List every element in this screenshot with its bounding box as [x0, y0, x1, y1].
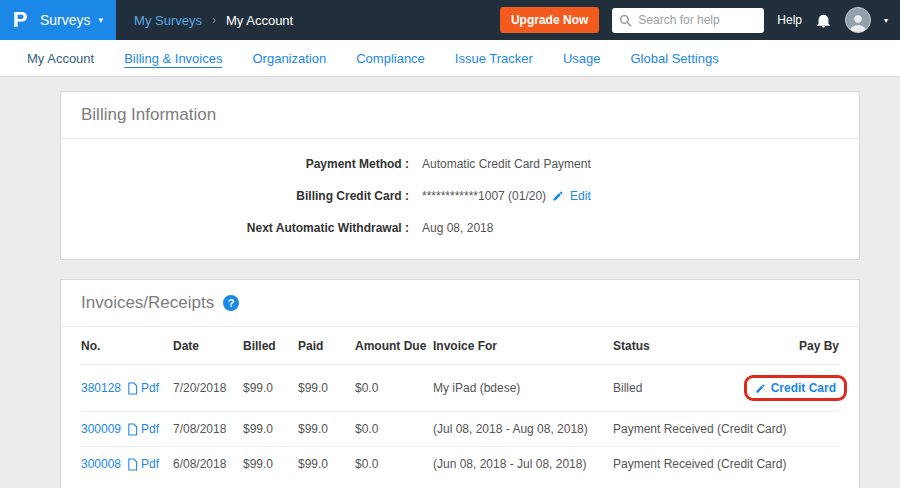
help-search [612, 8, 764, 33]
tab-my-account[interactable]: My Account [12, 51, 109, 66]
pdf-download-link[interactable]: Pdf [127, 381, 159, 395]
invoice-status: Payment Received (Credit Card) [613, 457, 727, 471]
edit-pencil-icon [552, 190, 564, 202]
invoice-billed: $99.0 [243, 422, 298, 436]
breadcrumb-my-account: My Account [226, 13, 293, 28]
invoice-number-link[interactable]: 380128 [81, 381, 121, 395]
topbar-right-group: Upgrade Now Help ▾ [500, 7, 900, 33]
tab-global-settings[interactable]: Global Settings [615, 51, 733, 66]
invoice-number-cell: 380128 Pdf [81, 381, 173, 395]
search-input[interactable] [612, 8, 764, 33]
tab-compliance[interactable]: Compliance [341, 51, 440, 66]
invoice-paid: $99.0 [298, 422, 355, 436]
tab-organization[interactable]: Organization [237, 51, 341, 66]
header-paid: Paid [298, 339, 355, 353]
breadcrumb: My Surveys › My Account [134, 13, 293, 28]
invoices-table: No. Date Billed Paid Amount Due Invoice … [61, 327, 859, 488]
help-question-icon[interactable]: ? [223, 295, 239, 311]
invoices-receipts-card: Invoices/Receipts ? No. Date Billed Paid… [60, 279, 860, 488]
invoice-for: My iPad (bdese) [433, 381, 613, 395]
pdf-file-icon [127, 423, 138, 436]
table-row: 380128 Pdf 7/20/2018 $99.0 $99.0 $0.0 My… [81, 365, 839, 412]
invoice-paid: $99.0 [298, 457, 355, 471]
invoice-pay-by-cell: Credit Card [744, 375, 839, 401]
invoices-card-title: Invoices/Receipts [81, 293, 214, 313]
edit-pencil-icon [755, 383, 766, 394]
invoice-date: 7/20/2018 [173, 381, 243, 395]
billing-card-title: Billing Information [81, 105, 216, 125]
pdf-download-link[interactable]: Pdf [127, 457, 159, 471]
next-withdrawal-row: Next Automatic Withdrawal : Aug 08, 2018 [81, 221, 839, 235]
search-icon [619, 13, 632, 31]
breadcrumb-separator-icon: › [212, 13, 216, 27]
next-withdrawal-label: Next Automatic Withdrawal : [81, 221, 409, 235]
invoice-status: Billed [613, 381, 727, 395]
billing-credit-card-row: Billing Credit Card : ************1007 (… [81, 189, 839, 203]
user-avatar[interactable] [845, 7, 871, 33]
invoice-billed: $99.0 [243, 457, 298, 471]
header-date: Date [173, 339, 243, 353]
breadcrumb-my-surveys[interactable]: My Surveys [134, 13, 202, 28]
tab-billing-invoices[interactable]: Billing & Invoices [109, 51, 237, 66]
invoices-card-header: Invoices/Receipts ? [61, 280, 859, 327]
table-row: 300008 Pdf 6/08/2018 $99.0 $99.0 $0.0 (J… [81, 447, 839, 481]
invoice-number-cell: 300008 Pdf [81, 457, 173, 471]
main-content: Billing Information Payment Method : Aut… [0, 77, 900, 488]
notifications-bell-icon[interactable] [815, 12, 832, 29]
payment-method-value: Automatic Credit Card Payment [422, 157, 591, 171]
table-row: 300009 Pdf 7/08/2018 $99.0 $99.0 $0.0 (J… [81, 412, 839, 447]
billing-information-card: Billing Information Payment Method : Aut… [60, 91, 860, 260]
account-menu-chevron-icon[interactable]: ▾ [884, 16, 888, 25]
pdf-download-link[interactable]: Pdf [127, 422, 159, 436]
invoice-for: (Jul 08, 2018 - Aug 08, 2018) [433, 422, 613, 436]
next-withdrawal-value: Aug 08, 2018 [422, 221, 493, 235]
invoice-date: 7/08/2018 [173, 422, 243, 436]
invoice-status: Payment Received (Credit Card) [613, 422, 727, 436]
invoice-billed: $99.0 [243, 381, 298, 395]
chevron-down-icon: ▾ [99, 15, 104, 25]
header-invoice-for: Invoice For [433, 339, 613, 353]
invoices-table-header: No. Date Billed Paid Amount Due Invoice … [81, 327, 839, 365]
pdf-file-icon [127, 458, 138, 471]
header-status: Status [613, 339, 727, 353]
billing-details: Payment Method : Automatic Credit Card P… [61, 139, 859, 259]
invoice-amount-due: $0.0 [355, 457, 433, 471]
header-amount-due: Amount Due [355, 339, 433, 353]
header-no: No. [81, 339, 173, 353]
payment-method-row: Payment Method : Automatic Credit Card P… [81, 157, 839, 171]
invoice-amount-due: $0.0 [355, 422, 433, 436]
invoice-paid: $99.0 [298, 381, 355, 395]
tab-issue-tracker[interactable]: Issue Tracker [440, 51, 548, 66]
invoice-for: (Jun 08, 2018 - Jul 08, 2018) [433, 457, 613, 471]
invoice-date: 6/08/2018 [173, 457, 243, 471]
account-tabs: My Account Billing & Invoices Organizati… [0, 40, 900, 77]
billing-credit-card-value: ************1007 (01/20) Edit [422, 189, 591, 203]
header-billed: Billed [243, 339, 298, 353]
brand-logo: P [0, 7, 40, 33]
billing-credit-card-label: Billing Credit Card : [81, 189, 409, 203]
credit-card-number: ************1007 (01/20) [422, 189, 546, 203]
tab-usage[interactable]: Usage [548, 51, 616, 66]
invoice-number-link[interactable]: 300009 [81, 422, 121, 436]
pdf-file-icon [127, 382, 138, 395]
product-name: Surveys [40, 12, 91, 28]
pay-by-credit-card-link[interactable]: Credit Card [771, 381, 836, 395]
product-switcher[interactable]: P Surveys ▾ [0, 0, 116, 40]
invoice-number-link[interactable]: 300008 [81, 457, 121, 471]
invoice-amount-due: $0.0 [355, 381, 433, 395]
edit-credit-card-link[interactable]: Edit [570, 189, 591, 203]
top-bar: P Surveys ▾ My Surveys › My Account Upgr… [0, 0, 900, 40]
header-pay-by: Pay By [799, 339, 839, 353]
invoice-number-cell: 300009 Pdf [81, 422, 173, 436]
payment-method-label: Payment Method : [81, 157, 409, 171]
upgrade-now-button[interactable]: Upgrade Now [500, 7, 599, 33]
billing-card-header: Billing Information [61, 92, 859, 139]
annotation-highlight: Credit Card [744, 375, 847, 401]
help-link[interactable]: Help [777, 13, 802, 27]
